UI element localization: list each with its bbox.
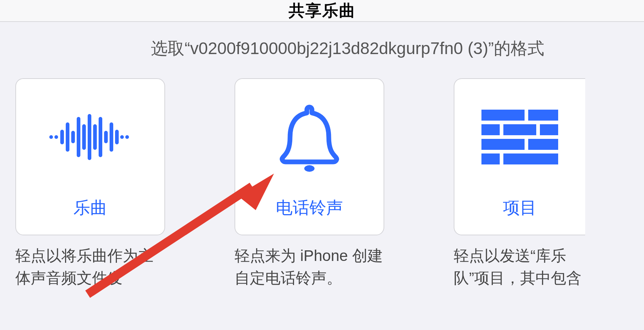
- project-option-desc: 轻点以发送“库乐队”项目，其中包含: [454, 245, 585, 289]
- project-option-card[interactable]: 项目: [454, 78, 585, 235]
- svg-rect-7: [88, 114, 91, 160]
- ringtone-option-card[interactable]: 电话铃声: [235, 78, 384, 235]
- song-option-label: 乐曲: [73, 197, 107, 219]
- format-instruction: 选取“v0200f910000bj22j13d82dkgurp7fn0 (3)”…: [79, 37, 616, 60]
- page-title: 共享乐曲: [289, 0, 356, 22]
- svg-rect-11: [110, 122, 113, 152]
- song-option-wrap: 乐曲 轻点以将乐曲作为立体声音频文件发: [15, 78, 165, 289]
- svg-rect-22: [528, 139, 558, 150]
- svg-rect-2: [60, 130, 64, 144]
- svg-rect-5: [77, 117, 80, 157]
- svg-point-14: [125, 135, 129, 139]
- svg-rect-10: [104, 131, 108, 143]
- svg-rect-12: [115, 130, 119, 144]
- svg-rect-18: [481, 124, 500, 135]
- svg-rect-6: [82, 124, 86, 150]
- project-option-label: 项目: [503, 197, 537, 219]
- svg-point-1: [54, 135, 58, 139]
- svg-rect-23: [481, 153, 500, 164]
- svg-point-13: [120, 135, 124, 139]
- bricks-icon: [463, 88, 576, 186]
- ringtone-option-label: 电话铃声: [276, 197, 343, 219]
- ringtone-option-wrap: 电话铃声 轻点来为 iPhone 创建自定电话铃声。: [235, 78, 384, 289]
- header: 共享乐曲: [0, 0, 644, 22]
- svg-rect-20: [540, 124, 558, 135]
- bell-icon: [244, 88, 375, 186]
- svg-rect-16: [481, 110, 525, 121]
- svg-rect-4: [71, 131, 75, 143]
- song-option-desc: 轻点以将乐曲作为立体声音频文件发: [15, 245, 165, 289]
- ringtone-option-desc: 轻点来为 iPhone 创建自定电话铃声。: [235, 245, 384, 289]
- song-option-card[interactable]: 乐曲: [15, 78, 165, 235]
- svg-rect-24: [503, 153, 558, 164]
- project-option-wrap: 项目 轻点以发送“库乐队”项目，其中包含: [454, 78, 585, 289]
- svg-rect-19: [503, 124, 536, 135]
- svg-rect-3: [66, 122, 69, 152]
- content-area: 选取“v0200f910000bj22j13d82dkgurp7fn0 (3)”…: [0, 22, 644, 289]
- svg-rect-8: [93, 124, 97, 150]
- svg-rect-9: [99, 117, 102, 157]
- svg-rect-21: [481, 139, 525, 150]
- svg-rect-17: [528, 110, 558, 121]
- format-options-row: 乐曲 轻点以将乐曲作为立体声音频文件发 电话铃声 轻点来为 iPhone 创建自…: [13, 78, 631, 289]
- svg-point-0: [49, 135, 53, 139]
- waveform-icon: [25, 88, 156, 186]
- svg-point-15: [304, 165, 315, 172]
